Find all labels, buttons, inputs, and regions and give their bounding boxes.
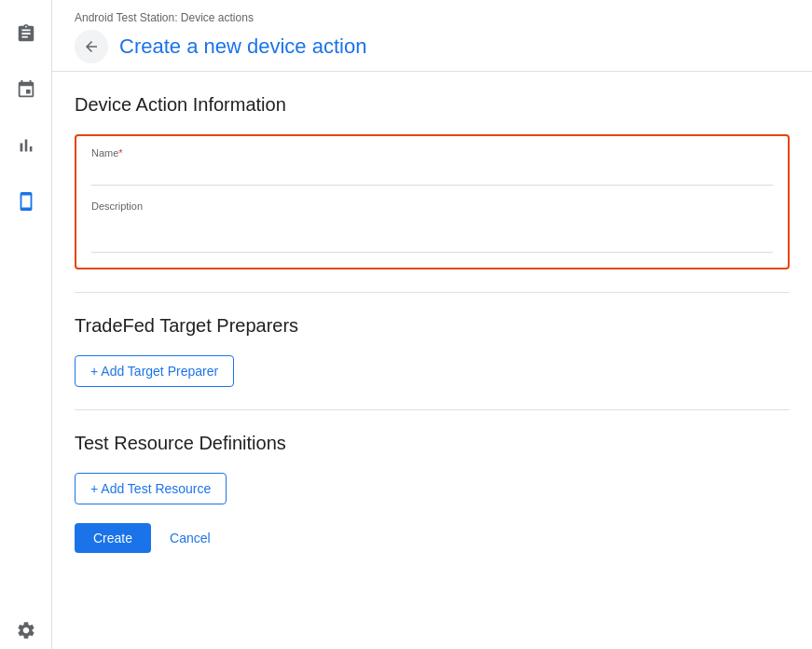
sidebar-item-devices[interactable]	[7, 183, 45, 220]
create-button[interactable]: Create	[75, 523, 151, 553]
device-action-title: Device Action Information	[75, 94, 790, 116]
sidebar-item-calendar[interactable]	[7, 71, 45, 108]
cancel-button[interactable]: Cancel	[158, 523, 222, 553]
page-title: Create a new device action	[119, 35, 366, 59]
sidebar	[0, 0, 52, 649]
topbar: Android Test Station: Device actions Cre…	[52, 0, 812, 72]
device-action-section: Device Action Information Name* Descript…	[75, 72, 790, 293]
name-input[interactable]	[91, 162, 773, 186]
device-action-form-group: Name* Description	[75, 134, 790, 269]
add-target-preparer-button[interactable]: + Add Target Preparer	[75, 355, 234, 387]
test-resource-title: Test Resource Definitions	[75, 433, 790, 454]
sidebar-item-settings[interactable]	[7, 612, 45, 649]
add-test-resource-button[interactable]: + Add Test Resource	[75, 473, 227, 504]
description-label: Description	[91, 200, 773, 212]
sidebar-item-tasks[interactable]	[7, 15, 45, 52]
name-label: Name*	[91, 147, 773, 159]
form-action-row: Create Cancel	[75, 523, 790, 553]
back-button[interactable]	[75, 30, 108, 63]
description-input[interactable]	[91, 215, 773, 253]
tradefed-section: TradeFed Target Preparers + Add Target P…	[75, 293, 790, 410]
sidebar-item-reports[interactable]	[7, 127, 45, 164]
main-content: Android Test Station: Device actions Cre…	[52, 0, 812, 649]
test-resource-section: Test Resource Definitions + Add Test Res…	[75, 410, 790, 575]
tradefed-title: TradeFed Target Preparers	[75, 315, 790, 337]
breadcrumb: Android Test Station: Device actions	[75, 11, 790, 24]
